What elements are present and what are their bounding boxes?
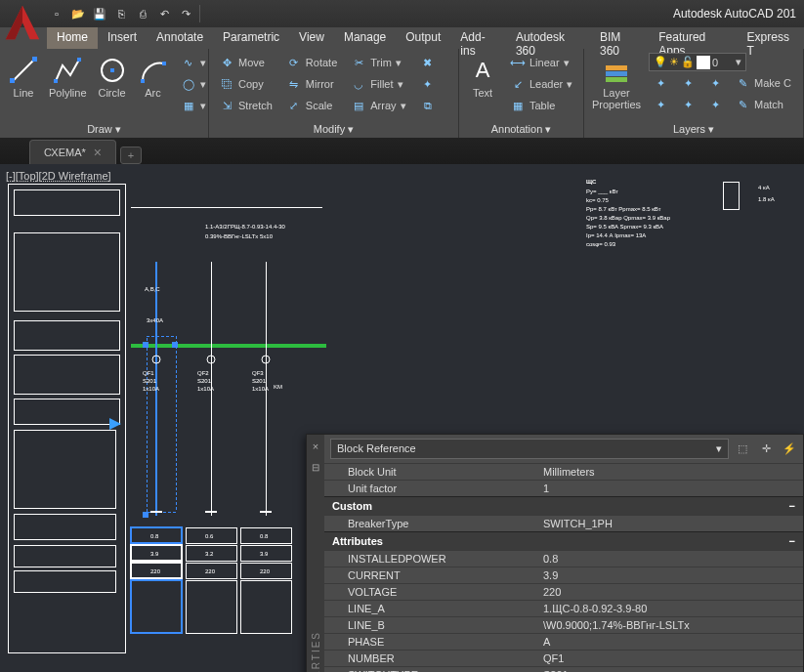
qat-new-icon[interactable]: ▫ bbox=[47, 4, 66, 23]
layer-b2[interactable]: ✦ bbox=[676, 73, 699, 93]
trim-button[interactable]: ✂Trim ▾ bbox=[347, 53, 409, 72]
match-button[interactable]: ✎Match bbox=[731, 95, 787, 114]
properties-palette: × ⊟ PROPERTIES ▤ Block Reference ▾ ⬚ ✛ ⚡… bbox=[306, 434, 804, 672]
tab-insert[interactable]: Insert bbox=[98, 27, 147, 49]
tab-annotate[interactable]: Annotate bbox=[147, 27, 213, 49]
qat-saveas-icon[interactable]: ⎘ bbox=[111, 4, 131, 23]
leader-button[interactable]: ↙Leader ▾ bbox=[506, 74, 576, 94]
array-button[interactable]: ▤Array ▾ bbox=[347, 96, 409, 115]
copy-button[interactable]: ⿻Copy bbox=[215, 74, 276, 94]
scale-button[interactable]: ⤢Scale bbox=[282, 96, 341, 115]
prop-label: NUMBER bbox=[348, 652, 543, 664]
mirror-button[interactable]: ⇋Mirror bbox=[282, 74, 341, 94]
add-tab-button[interactable]: + bbox=[120, 147, 142, 164]
tab-manage[interactable]: Manage bbox=[334, 27, 396, 49]
object-type-select[interactable]: Block Reference ▾ bbox=[330, 439, 729, 459]
svg-rect-81 bbox=[172, 342, 178, 348]
text-button[interactable]: A Text bbox=[465, 53, 500, 101]
modify-e3-button[interactable]: ⧉ bbox=[416, 96, 440, 115]
modify-e1-button[interactable]: ✖ bbox=[416, 53, 440, 72]
prop-row[interactable]: LINE_B\W0.9000;1.74%-ВВГнг-LSLTx bbox=[324, 616, 803, 633]
panel-layers-title[interactable]: Layers ▾ bbox=[590, 121, 797, 136]
layer-b1[interactable]: ✦ bbox=[649, 73, 672, 93]
layer-c3[interactable]: ✦ bbox=[703, 95, 727, 114]
draw-extra2-button[interactable]: ◯▾ bbox=[177, 74, 210, 94]
arc-button[interactable]: Arc bbox=[136, 53, 171, 101]
toggle-pickadd-icon[interactable]: ⬚ bbox=[735, 441, 750, 457]
doc-tab[interactable]: СХЕМА* × bbox=[29, 140, 116, 164]
prop-row[interactable]: PHASEA bbox=[324, 633, 803, 650]
panel-modify-title[interactable]: Modify ▾ bbox=[215, 121, 452, 136]
qat-save-icon[interactable]: 💾 bbox=[90, 4, 109, 23]
polyline-button[interactable]: Polyline bbox=[47, 53, 89, 101]
makec-button[interactable]: ✎Make C bbox=[731, 73, 795, 93]
prop-row[interactable]: VOLTAGE220 bbox=[324, 583, 803, 600]
draw-extra1-button[interactable]: ∿▾ bbox=[177, 53, 210, 72]
tab-parametric[interactable]: Parametric bbox=[213, 27, 289, 49]
draw-extra3-button[interactable]: ▦▾ bbox=[177, 96, 210, 115]
prop-row[interactable]: Block UnitMillimeters bbox=[324, 463, 803, 480]
prop-row[interactable]: Unit factor1 bbox=[324, 480, 803, 496]
svg-rect-26 bbox=[147, 336, 176, 512]
svg-rect-6 bbox=[110, 68, 114, 72]
line-button[interactable]: Line bbox=[6, 53, 41, 101]
tab-home[interactable]: Home bbox=[47, 27, 98, 49]
drawing-canvas[interactable]: [-][Top][2D Wireframe] 1.1-А3/2ГРЩ-8.7-0… bbox=[0, 164, 804, 672]
modify-e2-button[interactable]: ✦ bbox=[416, 74, 440, 94]
tab-featured-apps[interactable]: Featured Apps bbox=[649, 27, 737, 49]
qat-open-icon[interactable]: 📂 bbox=[68, 4, 88, 23]
tab-autodesk-360[interactable]: Autodesk 360 bbox=[506, 27, 590, 49]
tab-express-t[interactable]: Express T bbox=[738, 27, 804, 49]
panel-annotation-title[interactable]: Annotation ▾ bbox=[465, 121, 577, 136]
layer-props-button[interactable]: Layer Properties bbox=[590, 53, 643, 112]
layer-dropdown[interactable]: 💡 ☀ 🔓 0 ▾ bbox=[649, 53, 746, 71]
linear-button[interactable]: ⟷Linear ▾ bbox=[506, 53, 576, 72]
layer-c1[interactable]: ✦ bbox=[649, 95, 672, 114]
autocad-logo[interactable] bbox=[2, 2, 43, 43]
tab-output[interactable]: Output bbox=[396, 27, 450, 49]
quick-select-icon[interactable]: ⚡ bbox=[782, 441, 797, 457]
qat-print-icon[interactable]: ⎙ bbox=[133, 4, 152, 23]
offset-icon: ⧉ bbox=[420, 98, 436, 113]
stretch-button[interactable]: ⇲Stretch bbox=[215, 96, 276, 115]
select-objects-icon[interactable]: ✛ bbox=[758, 441, 774, 457]
layer-b3[interactable]: ✦ bbox=[703, 73, 727, 93]
svg-text:3.9: 3.9 bbox=[150, 551, 159, 557]
tab-add-ins[interactable]: Add-ins bbox=[450, 27, 506, 49]
copy-icon: ⿻ bbox=[219, 76, 234, 92]
linear-label: Linear bbox=[529, 57, 560, 68]
qat-redo-icon[interactable]: ↷ bbox=[176, 4, 195, 23]
table-button[interactable]: ▦Table bbox=[506, 96, 576, 115]
lock-icon: 🔓 bbox=[681, 56, 695, 68]
rotate-label: Rotate bbox=[306, 57, 337, 68]
svg-rect-11 bbox=[606, 77, 627, 82]
array-label: Array bbox=[370, 100, 396, 111]
prop-row[interactable]: SWITCHTYPES201 bbox=[324, 666, 803, 672]
layer-c2[interactable]: ✦ bbox=[676, 95, 699, 114]
prop-row[interactable]: LINE_A1.ЩС-0.8-0.92-3.9-80 bbox=[324, 600, 803, 616]
close-icon[interactable]: × bbox=[94, 145, 102, 160]
prop-row[interactable]: CURRENT3.9 bbox=[324, 567, 803, 583]
panel-modify: ✥Move ⿻Copy ⇲Stretch ⟳Rotate ⇋Mirror ⤢Sc… bbox=[209, 49, 459, 138]
rotate-button[interactable]: ⟳Rotate bbox=[282, 53, 341, 72]
tab-view[interactable]: View bbox=[289, 27, 334, 49]
section-custom[interactable]: Custom− bbox=[324, 496, 803, 515]
svg-text:S201: S201 bbox=[143, 378, 157, 384]
section-attributes[interactable]: Attributes− bbox=[324, 531, 803, 550]
prop-row[interactable]: NUMBERQF1 bbox=[324, 650, 803, 666]
tab-bim-360[interactable]: BIM 360 bbox=[590, 27, 649, 49]
palette-sidebar: × ⊟ PROPERTIES ▤ bbox=[307, 435, 324, 672]
doc-tab-label: СХЕМА* bbox=[44, 147, 86, 158]
circle-button[interactable]: Circle bbox=[95, 53, 130, 101]
prop-row[interactable]: BreakerTypeSWITCH_1PH bbox=[324, 515, 803, 531]
fillet-button[interactable]: ◡Fillet ▾ bbox=[347, 74, 409, 94]
qat-undo-icon[interactable]: ↶ bbox=[154, 4, 174, 23]
move-button[interactable]: ✥Move bbox=[215, 53, 276, 72]
palette-close-icon[interactable]: × bbox=[313, 441, 318, 452]
prop-row[interactable]: INSTALLEDPOWER0.8 bbox=[324, 550, 803, 567]
svg-text:3.2: 3.2 bbox=[205, 551, 214, 557]
arc-icon bbox=[138, 55, 169, 86]
palette-pin-icon[interactable]: ⊟ bbox=[312, 462, 319, 473]
panel-draw-title[interactable]: Draw ▾ bbox=[6, 121, 202, 136]
chevron-down-icon: ▾ bbox=[736, 56, 741, 68]
